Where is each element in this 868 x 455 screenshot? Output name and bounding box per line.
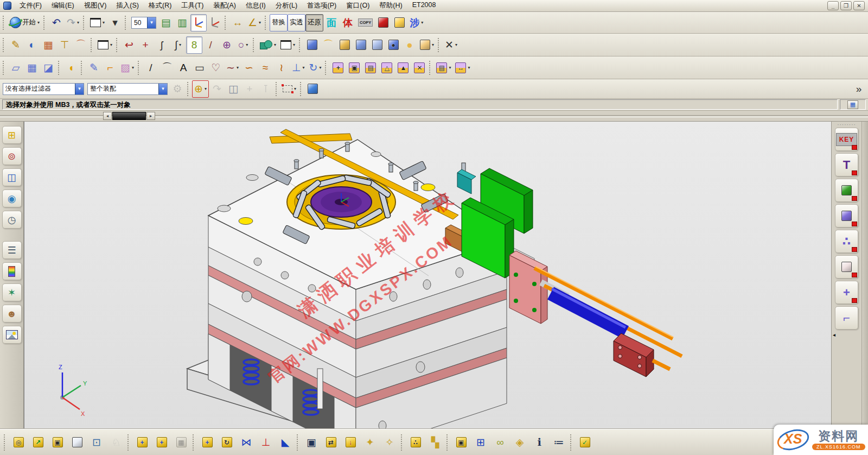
component-window-button[interactable]: ⊞: [471, 432, 490, 453]
move-component-button[interactable]: +: [330, 59, 346, 77]
face-display-button[interactable]: 面: [323, 14, 340, 31]
measure-distance-button[interactable]: ↔: [229, 14, 246, 31]
selection-gears-button[interactable]: ⚙: [169, 80, 186, 98]
constraint-navigator-button[interactable]: ⊚: [2, 147, 22, 165]
layer-visible-button[interactable]: ▥: [174, 14, 190, 31]
ruled-surface-button[interactable]: ▱: [8, 59, 24, 77]
hole-button[interactable]: ●: [385, 36, 401, 54]
reuse-cross-button[interactable]: +: [835, 281, 858, 304]
menu-item-8[interactable]: 信息(I): [241, 0, 271, 11]
edit-in-window-button[interactable]: ✧: [380, 432, 399, 453]
reuse-plate-button[interactable]: ∴: [835, 230, 858, 253]
translucency-toggle[interactable]: 实透: [288, 14, 305, 31]
wireframe-solid-button[interactable]: [391, 14, 407, 31]
edit-component-button[interactable]: ✦: [360, 432, 380, 453]
join-curve-button[interactable]: ∫▾: [170, 36, 186, 54]
visualization-button[interactable]: ✶: [2, 283, 22, 301]
close-button[interactable]: ✕: [853, 1, 865, 10]
selection-scope-combo[interactable]: 整个装配▼: [87, 83, 168, 95]
menu-item-5[interactable]: 格式(R): [144, 0, 176, 11]
unavailable-tool-button[interactable]: ♘: [106, 432, 126, 453]
restore-toggle[interactable]: 还原: [305, 14, 323, 31]
open-component-button[interactable]: ↗: [28, 432, 48, 453]
restore-button[interactable]: ❐: [840, 1, 852, 10]
polyline-button[interactable]: ∼▾: [224, 59, 241, 77]
reuse-tbolt-button[interactable]: T: [835, 153, 858, 176]
extrude-button[interactable]: [336, 36, 353, 54]
assembly-constraints-button[interactable]: ⋈: [237, 432, 256, 453]
web-browser-button[interactable]: ◉: [2, 189, 22, 207]
redo-button[interactable]: ↷▾: [65, 14, 81, 31]
selection-filter-arrow-icon[interactable]: ▼: [75, 84, 84, 94]
graphics-viewport[interactable]: Z Y X 潇洒职业培训学校 官网:WWW.DGXSPX.COM: [24, 122, 831, 429]
mate-component-button[interactable]: ◣: [276, 432, 295, 453]
selection-filter-combo[interactable]: 没有选择过滤器▼: [3, 83, 84, 95]
menu-item-1[interactable]: 文件(F): [15, 0, 47, 11]
bounded-plane-button[interactable]: ◪: [40, 59, 56, 77]
assembly-info-button[interactable]: ≔: [549, 432, 569, 453]
shell-button[interactable]: ▾: [418, 36, 436, 54]
profile-button[interactable]: ♡: [208, 59, 224, 77]
pattern-component-button[interactable]: ▲: [395, 59, 411, 77]
display-style-button[interactable]: ▾: [88, 14, 107, 31]
rectangle-button[interactable]: ▭: [192, 59, 208, 77]
horizontal-scrollbar[interactable]: ◂ ▸: [103, 112, 155, 120]
revolve-button[interactable]: ⌒: [320, 36, 336, 54]
wcs-orient-button[interactable]: [207, 14, 223, 31]
menu-item-13[interactable]: ET2008: [407, 0, 441, 11]
wave-geometry-button[interactable]: ◈: [510, 432, 529, 453]
minimize-button[interactable]: _: [827, 1, 839, 10]
sphere-button[interactable]: ◐: [24, 36, 40, 54]
scale-arrow-icon[interactable]: ▼: [147, 17, 156, 28]
quick-pick-button[interactable]: ◫: [225, 80, 241, 98]
arc-button[interactable]: ○▾: [235, 36, 251, 54]
component-report-button[interactable]: ▤▾: [434, 59, 453, 77]
swept-button[interactable]: ◖: [63, 59, 79, 77]
datum-plane-button[interactable]: ▾: [278, 36, 297, 54]
reuse-elbow-button[interactable]: ⌐: [835, 306, 858, 330]
trim-extend-button[interactable]: ✕▾: [443, 36, 459, 54]
create-linked-button[interactable]: +: [197, 432, 217, 453]
boss-button[interactable]: ●: [401, 36, 418, 54]
unite-body-button[interactable]: [369, 36, 385, 54]
body-display-button[interactable]: 体: [340, 14, 356, 31]
scroll-right-button[interactable]: ▸: [146, 112, 155, 120]
block-button[interactable]: [304, 36, 320, 54]
scale-combo[interactable]: 50▼: [131, 17, 156, 29]
reuse-slide-button[interactable]: [835, 204, 858, 228]
move-assembly-component-button[interactable]: ↻: [217, 432, 237, 453]
unite-sketch-button[interactable]: ▾: [258, 36, 278, 54]
rectangle-select-button[interactable]: ▾: [280, 80, 298, 98]
line-button[interactable]: /: [202, 36, 219, 54]
menu-item-4[interactable]: 插入(S): [111, 0, 144, 11]
menu-item-6[interactable]: 工具(T): [176, 0, 208, 11]
grid-display-button[interactable]: ▦: [847, 100, 858, 109]
find-component-button[interactable]: ◎: [9, 432, 28, 453]
component-outline-button[interactable]: ▣: [48, 432, 67, 453]
fillet-curve-button[interactable]: ʃ: [154, 36, 170, 54]
right-scrollbar[interactable]: [861, 122, 868, 429]
assembly-sequence-button[interactable]: ▚: [425, 432, 445, 453]
shaded-view-button[interactable]: [305, 80, 321, 98]
menu-item-3[interactable]: 视图(V): [79, 0, 112, 11]
studio-spline-button[interactable]: 8: [186, 36, 202, 54]
show-hide-component-button[interactable]: [67, 432, 87, 453]
basic-line-button[interactable]: /: [143, 59, 159, 77]
journal-button[interactable]: ☰: [2, 241, 22, 259]
spline-3-button[interactable]: ≀: [273, 59, 290, 77]
basic-arc-button[interactable]: ⌒: [159, 59, 175, 77]
menu-item-2[interactable]: 编辑(E): [47, 0, 79, 11]
face-blend-button[interactable]: ⌐: [102, 59, 118, 77]
new-component-button[interactable]: +: [152, 432, 171, 453]
roles-button[interactable]: ☻: [2, 305, 22, 323]
scroll-thumb[interactable]: [112, 112, 146, 120]
component-position-button[interactable]: ↔▾: [453, 59, 472, 77]
palette-button[interactable]: [2, 262, 22, 280]
toolbar-overflow-button[interactable]: »: [851, 80, 867, 98]
spline-2-button[interactable]: ≈: [257, 59, 273, 77]
paste-component-button[interactable]: ▤: [362, 59, 379, 77]
datum-table-button[interactable]: ⊤: [56, 36, 73, 54]
mirror-component-button[interactable]: △: [379, 59, 395, 77]
show-product-button[interactable]: ▣: [451, 432, 471, 453]
validate-assembly-button[interactable]: ✓: [575, 432, 595, 453]
